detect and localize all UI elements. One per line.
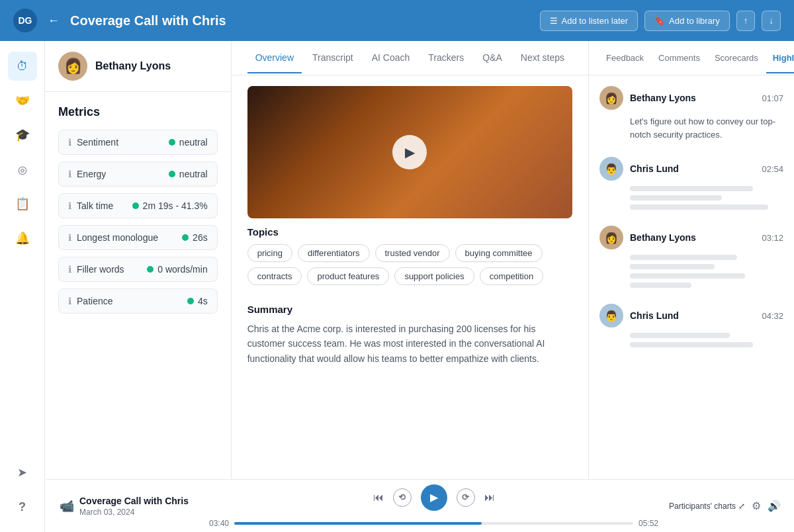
volume-icon: 🔊	[768, 500, 781, 511]
topic-pricing[interactable]: pricing	[247, 244, 292, 262]
metric-row-monologue: ℹ Longest monologue 26s	[58, 225, 218, 250]
back-button[interactable]: ←	[48, 14, 60, 28]
content-area: Overview Transcript AI Coach Trackers Q&…	[232, 41, 589, 532]
add-to-library-button[interactable]: 🔖 Add to library	[644, 11, 730, 31]
chris-time-2: 04:32	[762, 311, 783, 321]
video-container[interactable]: ▶	[247, 86, 572, 218]
download-button[interactable]: ↓	[762, 11, 781, 31]
summary-title: Summary	[247, 304, 572, 315]
metric-value-patience: 4s	[198, 296, 208, 306]
tab-next-steps[interactable]: Next steps	[513, 43, 572, 73]
sidebar-item-clock[interactable]: ⏱	[8, 52, 37, 81]
topic-trusted-vendor[interactable]: trusted vendor	[375, 244, 450, 262]
sidebar-item-help[interactable]: ?	[8, 492, 37, 521]
sidebar-item-documents[interactable]: 📋	[8, 189, 37, 218]
player-right-controls: Participants' charts ⤢ ⚙ 🔊	[669, 500, 781, 512]
highlight-item-4: 👨 Chris Lund 04:32	[599, 304, 783, 347]
progress-bar[interactable]	[234, 522, 633, 525]
sidebar-item-target[interactable]: ◎	[8, 155, 37, 184]
volume-button[interactable]: 🔊	[768, 500, 781, 512]
help-icon: ?	[19, 500, 26, 514]
highlight-item-2: 👨 Chris Lund 02:54	[599, 157, 783, 210]
play-pause-button[interactable]: ▶	[421, 484, 447, 511]
metric-label-sentiment: Sentiment	[77, 137, 118, 148]
bethany-name-1: Bethany Lyons	[630, 93, 755, 103]
topic-product-features[interactable]: product features	[307, 267, 389, 285]
person-name: Bethany Lyons	[95, 60, 171, 72]
info-icon: ℹ	[68, 264, 71, 275]
topic-support-policies[interactable]: support policies	[394, 267, 474, 285]
chart-label: Participants' charts	[669, 502, 736, 511]
share-button[interactable]: ↑	[736, 11, 756, 31]
chris-name-1: Chris Lund	[630, 163, 755, 174]
tab-overview[interactable]: Overview	[247, 43, 302, 73]
sidebar-icons: ⏱ 🤝 🎓 ◎ 📋 🔔 ➤ ?	[0, 41, 45, 532]
tab-comments[interactable]: Comments	[652, 44, 707, 73]
player-title: Coverage Call with Chris	[79, 496, 198, 506]
chris-time-1: 02:54	[762, 164, 783, 174]
bethany-lines-2	[630, 255, 783, 288]
content-tabs: Overview Transcript AI Coach Trackers Q&…	[232, 41, 588, 75]
chris-lines-1	[630, 186, 783, 210]
main-layout: ⏱ 🤝 🎓 ◎ 📋 🔔 ➤ ? 👩 Bethany Lyons	[0, 41, 794, 532]
sidebar-item-training[interactable]: 🎓	[8, 120, 37, 150]
bethany-avatar-1: 👩	[599, 86, 623, 110]
topic-differentiators[interactable]: differentiators	[298, 244, 370, 262]
headphone-icon: ☰	[550, 16, 558, 26]
highlight-item-1: 👩 Bethany Lyons 01:07 Let's figure out h…	[599, 86, 783, 141]
page-title: Coverage Call with Chris	[70, 13, 529, 28]
metric-label-talktime: Talk time	[77, 200, 113, 211]
topics-title: Topics	[247, 226, 572, 238]
topic-competition[interactable]: competition	[480, 267, 543, 285]
participants-chart-button[interactable]: Participants' charts ⤢	[669, 502, 745, 511]
sidebar-item-notifications[interactable]: 🔔	[8, 224, 37, 253]
highlight-panel: Feedback Comments Scorecards Highlight 👩…	[589, 41, 794, 532]
summary-section: Summary Chris at the Acme corp. is inter…	[232, 304, 588, 377]
tab-qa[interactable]: Q&A	[474, 43, 510, 73]
tab-transcript[interactable]: Transcript	[304, 43, 361, 73]
camera-icon: 📹	[60, 499, 74, 513]
target-icon: ◎	[18, 163, 27, 176]
rewind-15-button[interactable]: ⟲	[393, 488, 412, 507]
skip-forward-button[interactable]: ⏭	[484, 492, 495, 504]
video-background: ▶	[247, 86, 572, 218]
metric-value-energy: neutral	[179, 169, 208, 179]
total-time: 05:52	[639, 519, 658, 528]
player-buttons: ⏮ ⟲ ▶ ⟳ ⏭	[373, 484, 495, 511]
bethany-time-1: 01:07	[762, 93, 783, 103]
graduation-icon: 🎓	[15, 128, 30, 142]
skip-back-button[interactable]: ⏮	[373, 492, 384, 504]
add-to-listen-later-button[interactable]: ☰ Add to listen later	[540, 11, 638, 31]
topic-buying-committee[interactable]: buying committee	[455, 244, 543, 262]
user-avatar: DG	[13, 9, 37, 32]
metric-row-talktime: ℹ Talk time 2m 19s - 41.3%	[58, 193, 218, 218]
settings-button[interactable]: ⚙	[752, 500, 761, 512]
info-icon: ℹ	[68, 232, 71, 243]
sidebar-item-send[interactable]: ➤	[8, 458, 37, 487]
topics-tags: pricing differentiators trusted vendor b…	[247, 244, 572, 285]
metric-label-patience: Patience	[77, 296, 112, 306]
topic-contracts[interactable]: contracts	[247, 267, 302, 285]
header-actions: ☰ Add to listen later 🔖 Add to library ↑…	[540, 11, 781, 31]
tab-highlight[interactable]: Highlight	[766, 44, 794, 73]
metrics-content: Metrics ℹ Sentiment neutral ℹ Energy	[45, 92, 231, 532]
current-time: 03:40	[209, 519, 229, 528]
tab-feedback[interactable]: Feedback	[599, 44, 650, 73]
metric-label-energy: Energy	[77, 169, 106, 179]
tab-trackers[interactable]: Trackers	[420, 43, 472, 73]
clock-icon: ⏱	[17, 60, 28, 73]
info-icon: ℹ	[68, 169, 71, 179]
status-dot	[169, 171, 175, 177]
chris-name-2: Chris Lund	[630, 310, 755, 321]
handshake-icon: 🤝	[15, 93, 30, 108]
forward-15-button[interactable]: ⟳	[457, 488, 475, 507]
bethany-avatar-2: 👩	[599, 226, 623, 249]
tab-ai-coach[interactable]: AI Coach	[364, 43, 418, 73]
video-play-button[interactable]: ▶	[392, 135, 427, 169]
sidebar-item-handshake[interactable]: 🤝	[8, 86, 37, 115]
metric-row-patience: ℹ Patience 4s	[58, 288, 218, 314]
tab-scorecards[interactable]: Scorecards	[708, 44, 765, 73]
metric-row-filler: ℹ Filler words 0 words/min	[58, 257, 218, 282]
topics-section: Topics pricing differentiators trusted v…	[232, 226, 588, 293]
person-avatar: 👩	[58, 52, 87, 81]
